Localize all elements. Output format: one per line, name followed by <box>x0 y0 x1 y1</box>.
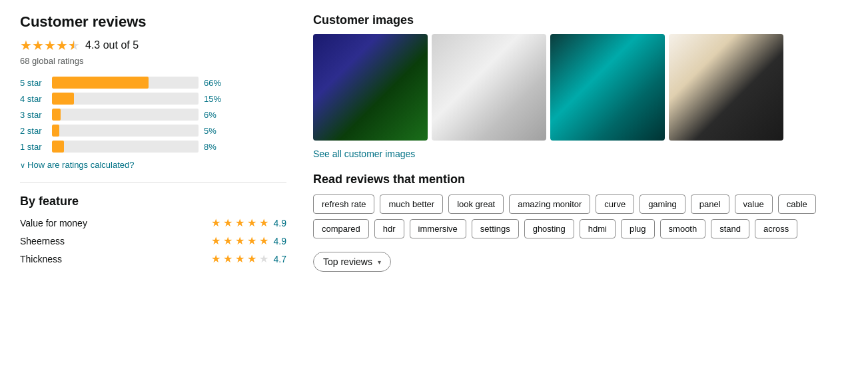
img-3-overlay <box>550 34 665 141</box>
fs5: ★ <box>259 216 268 229</box>
customer-image-4[interactable] <box>669 34 783 141</box>
sort-dropdown-label: Top reviews <box>323 256 372 267</box>
feature-name-sheerness: Sheerness <box>20 236 107 246</box>
star-4: ★ <box>56 37 68 53</box>
tag-stand[interactable]: stand <box>711 219 749 238</box>
star-5-half: ★ <box>68 37 80 53</box>
see-all-images-link[interactable]: See all customer images <box>313 149 848 159</box>
divider <box>20 182 286 183</box>
tag-curve[interactable]: curve <box>596 194 634 214</box>
rating-bars: 5 star 66% 4 star 15% 3 star 6% <box>20 77 286 153</box>
bar-bg-1star <box>52 141 199 153</box>
section-title: Customer reviews <box>20 13 286 31</box>
tag-refresh-rate[interactable]: refresh rate <box>313 194 374 214</box>
img-2-overlay <box>432 34 546 141</box>
img-1-overlay <box>313 34 428 141</box>
feature-name-value: Value for money <box>20 218 107 228</box>
bar-bg-4star <box>52 93 199 105</box>
tag-much-better[interactable]: much better <box>380 194 443 214</box>
feature-row-value: Value for money ★ ★ ★ ★ ★ 4.9 <box>20 216 286 229</box>
feature-row-sheerness: Sheerness ★ ★ ★ ★ ★ 4.9 <box>20 234 286 247</box>
tag-immersive[interactable]: immersive <box>410 219 466 238</box>
bar-fill-2star <box>52 125 59 137</box>
page-layout: Customer reviews ★ ★ ★ ★ ★ 4.3 out of 5 … <box>20 13 848 272</box>
sort-dropdown[interactable]: Top reviews ▾ <box>313 252 391 272</box>
tag-gaming[interactable]: gaming <box>640 194 685 214</box>
rating-value: 4.3 out of 5 <box>85 39 139 51</box>
fs4: ★ <box>247 216 256 229</box>
dropdown-arrow-icon: ▾ <box>378 258 381 266</box>
tag-hdr[interactable]: hdr <box>374 219 404 238</box>
tag-compared[interactable]: compared <box>313 219 369 238</box>
bar-row-5star[interactable]: 5 star 66% <box>20 77 286 89</box>
star-1: ★ <box>20 37 32 53</box>
fs2: ★ <box>223 216 232 229</box>
customer-image-2[interactable] <box>432 34 546 141</box>
bar-bg-3star <box>52 109 199 121</box>
global-ratings: 68 global ratings <box>20 56 286 66</box>
images-title: Customer images <box>313 13 848 27</box>
bar-bg-2star <box>52 125 199 137</box>
bar-row-4star[interactable]: 4 star 15% <box>20 93 286 105</box>
rating-summary: ★ ★ ★ ★ ★ 4.3 out of 5 <box>20 37 286 53</box>
ts5: ★ <box>259 252 268 265</box>
feature-stars-sheerness: ★ ★ ★ ★ ★ 4.9 <box>211 234 286 247</box>
ss4: ★ <box>247 234 256 247</box>
tag-hdmi[interactable]: hdmi <box>580 219 616 238</box>
stars-display: ★ ★ ★ ★ ★ <box>20 37 80 53</box>
right-panel: Customer images See all customer images … <box>313 13 848 272</box>
star-2: ★ <box>32 37 44 53</box>
bar-fill-5star <box>52 77 149 89</box>
bar-row-2star[interactable]: 2 star 5% <box>20 125 286 137</box>
ratings-calc-link[interactable]: How are ratings calculated? <box>20 160 134 170</box>
bar-pct-2star: 5% <box>204 126 225 136</box>
customer-image-3[interactable] <box>550 34 665 141</box>
ts4: ★ <box>247 252 256 265</box>
tag-cable[interactable]: cable <box>778 194 816 214</box>
ss5: ★ <box>259 234 268 247</box>
star-3-link[interactable]: 3 star <box>20 110 47 120</box>
tag-ghosting[interactable]: ghosting <box>524 219 574 238</box>
tag-smooth[interactable]: smooth <box>660 219 706 238</box>
bar-fill-1star <box>52 141 64 153</box>
ss1: ★ <box>211 234 220 247</box>
left-panel: Customer reviews ★ ★ ★ ★ ★ 4.3 out of 5 … <box>20 13 286 272</box>
star-1-link[interactable]: 1 star <box>20 142 47 152</box>
tags-container: refresh rate much better look great amaz… <box>313 194 848 238</box>
tag-plug[interactable]: plug <box>621 219 655 238</box>
bar-pct-4star: 15% <box>204 94 225 104</box>
ss3: ★ <box>235 234 244 247</box>
ss2: ★ <box>223 234 232 247</box>
customer-images-row <box>313 34 848 141</box>
feature-stars-thickness: ★ ★ ★ ★ ★ 4.7 <box>211 252 286 265</box>
feature-name-thickness: Thickness <box>20 254 107 264</box>
customer-image-1[interactable] <box>313 34 428 141</box>
ts3: ★ <box>235 252 244 265</box>
tag-settings[interactable]: settings <box>472 219 519 238</box>
star-3: ★ <box>44 37 56 53</box>
fs1: ★ <box>211 216 220 229</box>
mention-title: Read reviews that mention <box>313 173 848 187</box>
star-5-link[interactable]: 5 star <box>20 78 47 88</box>
tag-value[interactable]: value <box>735 194 773 214</box>
bar-pct-3star: 6% <box>204 110 225 120</box>
star-4-link[interactable]: 4 star <box>20 94 47 104</box>
ts2: ★ <box>223 252 232 265</box>
tag-across[interactable]: across <box>755 219 797 238</box>
fs3: ★ <box>235 216 244 229</box>
tag-amazing-monitor[interactable]: amazing monitor <box>509 194 590 214</box>
star-2-link[interactable]: 2 star <box>20 126 47 136</box>
bar-row-3star[interactable]: 3 star 6% <box>20 109 286 121</box>
bar-bg-5star <box>52 77 199 89</box>
bar-row-1star[interactable]: 1 star 8% <box>20 141 286 153</box>
bar-pct-1star: 8% <box>204 142 225 152</box>
bar-pct-5star: 66% <box>204 78 225 88</box>
ts1: ★ <box>211 252 220 265</box>
feature-score-sheerness: 4.9 <box>274 236 286 246</box>
tag-panel[interactable]: panel <box>691 194 729 214</box>
feature-stars-value: ★ ★ ★ ★ ★ 4.9 <box>211 216 286 229</box>
feature-score-thickness: 4.7 <box>274 254 286 264</box>
by-feature-title: By feature <box>20 194 286 208</box>
img-4-overlay <box>669 34 783 141</box>
tag-look-great[interactable]: look great <box>448 194 504 214</box>
